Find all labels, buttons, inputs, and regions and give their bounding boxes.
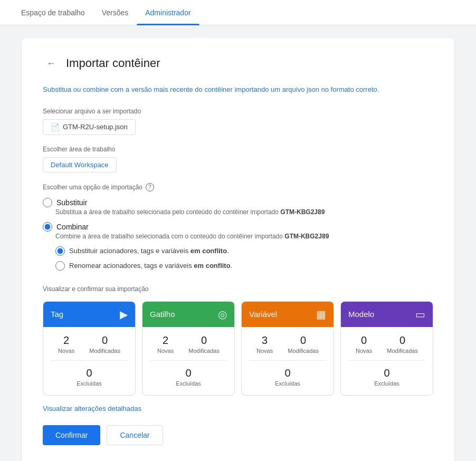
tag-modificadas-label: Modificadas: [89, 348, 120, 354]
sub-options: Substituir acionadores, tags e variáveis…: [55, 246, 433, 271]
tag-novas-number: 2: [58, 334, 74, 347]
gatilho-stat-row: 2 Novas 0 Modificadas: [150, 334, 227, 354]
tag-modificadas-number: 0: [89, 334, 120, 347]
variavel-card-body: 3 Novas 0 Modificadas 0 Excluídas: [242, 327, 334, 395]
info-text: Substitua ou combine com a versão mais r…: [43, 84, 433, 95]
variavel-modificadas-number: 0: [288, 334, 319, 347]
variavel-excluidas-label: Excluídas: [249, 380, 326, 387]
modelo-excluidas: 0 Excluídas: [348, 365, 425, 388]
variavel-novas-number: 3: [256, 334, 273, 347]
combinar-desc: Combine a área de trabalho selecionada c…: [55, 233, 433, 240]
modelo-header-label: Modelo: [348, 310, 374, 319]
import-options-section: Escolher uma opção de importação ? Subst…: [43, 183, 433, 275]
variavel-modificadas-label: Modificadas: [288, 348, 319, 354]
substituir-radio[interactable]: [43, 198, 52, 207]
variavel-card: Variável ▦ 3 Novas 0 Modificadas: [241, 301, 334, 396]
gatilho-excluidas-label: Excluídas: [150, 380, 227, 387]
gatilho-modificadas: 0 Modificadas: [188, 334, 220, 354]
variavel-excluidas-number: 0: [249, 367, 326, 379]
gatilho-novas-number: 2: [157, 334, 174, 347]
radio-group: Substituir Substitua a área de trabalho …: [43, 198, 433, 275]
sub-renomear-radio[interactable]: [55, 261, 65, 271]
confirm-button[interactable]: Confirmar: [43, 425, 100, 445]
variavel-excluidas: 0 Excluídas: [249, 365, 326, 388]
modelo-modificadas-number: 0: [387, 334, 418, 347]
option-substituir: Substituir Substitua a área de trabalho …: [43, 198, 433, 216]
tag-excluidas-label: Excluídas: [51, 380, 128, 387]
gatilho-modificadas-number: 0: [188, 334, 220, 347]
variavel-header-label: Variável: [249, 310, 277, 319]
file-icon: 📄: [51, 123, 60, 131]
back-button[interactable]: ←: [43, 55, 60, 72]
visualize-label: Visualizar e confirmar sua importação: [43, 285, 433, 293]
gatilho-excluidas-number: 0: [150, 367, 227, 379]
variavel-novas-label: Novas: [256, 348, 273, 354]
gatilho-excluidas: 0 Excluídas: [150, 365, 227, 388]
tag-novas: 2 Novas: [58, 334, 74, 354]
workspace-button[interactable]: Default Workspace: [43, 157, 117, 172]
tag-card-header: Tag ▶: [43, 302, 135, 327]
option-combinar: Combinar Combine a área de trabalho sele…: [43, 222, 433, 271]
sub-substituir-row[interactable]: Substituir acionadores, tags e variáveis…: [55, 246, 433, 256]
substituir-radio-row[interactable]: Substituir: [43, 198, 433, 207]
top-navigation: Espaço de trabalho Versões Administrador: [0, 0, 476, 25]
variavel-novas: 3 Novas: [256, 334, 273, 354]
tag-header-label: Tag: [51, 310, 63, 319]
tag-card-body: 2 Novas 0 Modificadas 0 Excluídas: [43, 327, 135, 395]
workspace-label: Escolher área de trabalho: [43, 146, 433, 153]
modelo-icon: ▭: [415, 308, 425, 321]
modelo-card: Modelo ▭ 0 Novas 0 Modificadas: [340, 301, 433, 396]
tag-card: Tag ▶ 2 Novas 0 Modificadas: [43, 301, 136, 396]
sub-renomear-label: Renomear acionadores, tags e variáveis e…: [69, 262, 232, 270]
sub-substituir-label: Substituir acionadores, tags e variáveis…: [69, 247, 229, 255]
variavel-card-header: Variável ▦: [242, 302, 334, 327]
variavel-modificadas: 0 Modificadas: [288, 334, 319, 354]
variavel-icon: ▦: [316, 308, 326, 321]
nav-versions[interactable]: Versões: [93, 0, 137, 25]
import-option-label: Escolher uma opção de importação ?: [43, 183, 433, 191]
import-card: ← Importar contêiner Substitua ou combin…: [22, 38, 454, 461]
cancel-button[interactable]: Cancelar: [107, 425, 163, 445]
tag-icon: ▶: [120, 308, 128, 321]
combinar-radio-row[interactable]: Combinar: [43, 222, 433, 232]
select-file-label: Selecionar arquivo a ser importado: [43, 108, 433, 115]
help-icon[interactable]: ?: [146, 183, 154, 191]
file-name: GTM-R2U-setup.json: [63, 123, 128, 131]
gatilho-card-body: 2 Novas 0 Modificadas 0 Excluídas: [142, 327, 234, 395]
modelo-novas: 0 Novas: [356, 334, 372, 354]
modelo-card-body: 0 Novas 0 Modificadas 0 Excluídas: [341, 327, 433, 395]
modelo-modificadas-label: Modificadas: [387, 348, 418, 354]
gatilho-icon: ◎: [218, 308, 227, 321]
substituir-label: Substituir: [56, 198, 87, 207]
modelo-modificadas: 0 Modificadas: [387, 334, 418, 354]
tag-modificadas: 0 Modificadas: [89, 334, 120, 354]
main-wrapper: ← Importar contêiner Substitua ou combin…: [0, 25, 476, 461]
sub-substituir-radio[interactable]: [55, 246, 65, 256]
nav-workspace[interactable]: Espaço de trabalho: [13, 0, 93, 25]
substituir-desc: Substitua a área de trabalho selecionada…: [55, 208, 433, 216]
page-title: Importar contêiner: [66, 56, 160, 70]
modelo-excluidas-label: Excluídas: [348, 380, 425, 387]
modelo-excluidas-number: 0: [348, 367, 425, 379]
nav-admin[interactable]: Administrador: [137, 0, 199, 25]
combinar-label: Combinar: [56, 223, 89, 231]
tag-excluidas-number: 0: [51, 367, 128, 379]
gatilho-card-header: Gatilho ◎: [142, 302, 234, 327]
action-buttons: Confirmar Cancelar: [43, 425, 433, 445]
modelo-novas-number: 0: [356, 334, 372, 347]
gatilho-novas: 2 Novas: [157, 334, 174, 354]
tag-excluidas: 0 Excluídas: [51, 365, 128, 388]
modelo-novas-label: Novas: [356, 348, 372, 354]
combinar-radio[interactable]: [43, 222, 52, 232]
page-header: ← Importar contêiner: [43, 55, 433, 72]
stats-cards-grid: Tag ▶ 2 Novas 0 Modificadas: [43, 301, 433, 396]
sub-renomear-row[interactable]: Renomear acionadores, tags e variáveis e…: [55, 261, 433, 271]
file-button[interactable]: 📄 GTM-R2U-setup.json: [43, 119, 136, 135]
gatilho-card: Gatilho ◎ 2 Novas 0 Modificadas: [142, 301, 235, 396]
gatilho-modificadas-label: Modificadas: [188, 348, 220, 354]
workspace-value: Default Workspace: [51, 161, 109, 169]
detail-link[interactable]: Visualizar alterações detalhadas: [43, 405, 141, 412]
tag-stat-row: 2 Novas 0 Modificadas: [51, 334, 128, 354]
modelo-stat-row: 0 Novas 0 Modificadas: [348, 334, 425, 354]
modelo-card-header: Modelo ▭: [341, 302, 433, 327]
